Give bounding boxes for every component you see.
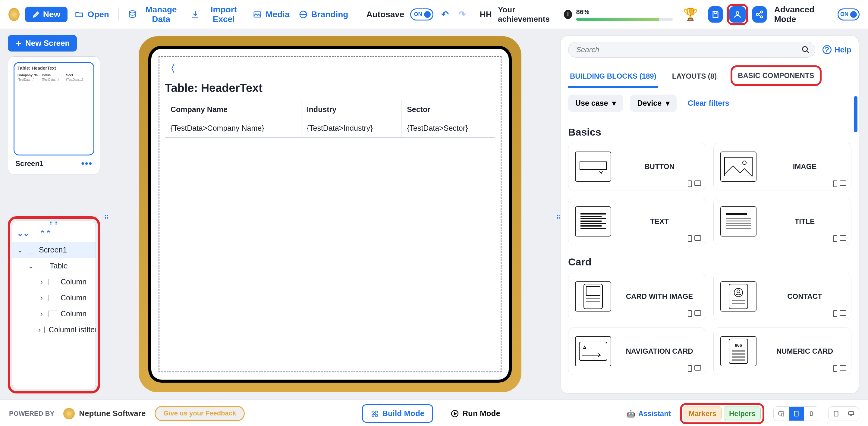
robot-icon: 🤖	[626, 409, 635, 418]
panel-resize-handle-right[interactable]: ⠿	[556, 214, 561, 222]
device-responsive-button[interactable]	[774, 407, 789, 421]
device-phone-button[interactable]	[804, 407, 819, 421]
save-view-button[interactable]	[708, 6, 723, 23]
open-button[interactable]: Open	[73, 7, 111, 22]
tab-basic-components[interactable]: BASIC COMPONENTS	[731, 65, 821, 86]
device-support-icons	[833, 235, 846, 242]
clear-filters-link[interactable]: Clear filters	[688, 99, 730, 107]
outline-tree-panel: ⠿⠿ ⌄⌄ ⌃⌃ ⌄Screen1⌄Table›Column›Column›Co…	[12, 221, 96, 389]
filter-device[interactable]: Device▾	[630, 95, 677, 112]
autosave-toggle[interactable]: ON	[410, 8, 433, 21]
search-wrap	[568, 42, 815, 58]
panel-scrollbar[interactable]	[854, 96, 858, 132]
svg-point-0	[129, 10, 135, 13]
device-support-icons	[833, 181, 846, 187]
expand-all-icon[interactable]: ⌄⌄	[17, 229, 29, 238]
svg-rect-9	[580, 162, 607, 170]
section-card-title: Card	[561, 248, 859, 270]
branding-icon	[299, 10, 308, 19]
component-card-label: CARD WITH IMAGE	[620, 292, 699, 301]
preview-device-group-1	[773, 406, 819, 421]
svg-point-8	[802, 47, 807, 52]
tree-item[interactable]: ›Column	[12, 306, 96, 322]
tree-item[interactable]: ›Column	[12, 274, 96, 290]
search-icon	[801, 45, 810, 54]
new-button[interactable]: New	[25, 7, 68, 22]
component-card[interactable]: IMAGE	[713, 143, 851, 190]
device-desktop-button[interactable]	[844, 407, 859, 421]
undo-icon: ↶	[441, 9, 449, 20]
chevron-down-icon: ▾	[666, 99, 670, 107]
assistant-button[interactable]: 🤖Assistant	[626, 409, 671, 418]
svg-rect-18	[581, 228, 606, 229]
separator	[118, 7, 119, 22]
component-thumb-icon	[720, 152, 756, 182]
user-settings-button[interactable]	[730, 6, 746, 23]
filter-usecase[interactable]: Use case▾	[568, 95, 623, 112]
design-canvas[interactable]: 〈 Table: HeaderText Company NameIndustry…	[158, 56, 501, 372]
share-button[interactable]	[752, 6, 767, 23]
back-icon[interactable]: 〈	[165, 62, 176, 76]
markers-toggle[interactable]: Markers	[684, 406, 721, 421]
device-tablet-button[interactable]	[789, 407, 804, 421]
node-type-icon	[44, 327, 45, 333]
media-button[interactable]: Media	[251, 7, 291, 22]
device-support-icons	[833, 310, 846, 317]
search-input[interactable]	[568, 42, 815, 58]
table-header-cell[interactable]: Industry	[301, 100, 401, 119]
tree-item[interactable]: ⌄Screen1	[12, 242, 96, 258]
help-link[interactable]: ? Help	[823, 45, 851, 55]
component-card-label: NAVIGATION CARD	[620, 347, 699, 356]
panel-resize-handle-left[interactable]: ⠿	[104, 214, 109, 222]
run-mode-button[interactable]: Run Mode	[442, 404, 509, 423]
device-support-icons	[688, 235, 701, 242]
tab-building-blocks[interactable]: BUILDING BLOCKS (189)	[568, 67, 658, 88]
table-cell[interactable]: {TestData>Company Name}	[165, 119, 301, 138]
separator	[358, 7, 359, 22]
import-icon	[191, 10, 200, 19]
new-screen-button[interactable]: New Screen	[8, 35, 77, 52]
svg-rect-15	[581, 221, 601, 222]
branding-button[interactable]: Branding	[297, 7, 350, 22]
svg-rect-34	[579, 342, 607, 361]
component-card[interactable]: 866NUMERIC CARD	[713, 327, 851, 375]
manage-data-button[interactable]: Manage Data	[126, 2, 184, 27]
collapse-all-icon[interactable]: ⌃⌃	[39, 229, 52, 238]
tree-item[interactable]: ⌄Table	[12, 258, 96, 274]
svg-rect-16	[581, 223, 606, 224]
component-card[interactable]: TITLE	[713, 198, 851, 245]
component-card[interactable]: BUTTON	[568, 143, 706, 190]
table-cell[interactable]: {TestData>Sector}	[401, 119, 495, 138]
svg-rect-32	[732, 300, 745, 301]
component-card-label: NUMERIC CARD	[765, 347, 844, 356]
chevron-icon: ›	[38, 293, 45, 302]
advanced-mode-toggle[interactable]: ON	[838, 8, 860, 21]
info-icon[interactable]: i	[564, 10, 572, 19]
node-type-icon	[27, 247, 35, 253]
table-header-cell[interactable]: Company Name	[165, 100, 301, 119]
feedback-button[interactable]: Give us your Feedback	[155, 406, 245, 421]
table-header-cell[interactable]: Sector	[401, 100, 495, 119]
achievements-percent: 86%	[576, 8, 673, 16]
node-type-icon	[49, 279, 57, 285]
device-tablet-alt-button[interactable]	[829, 407, 844, 421]
helpers-toggle[interactable]: Helpers	[724, 406, 761, 421]
component-card[interactable]: NAVIGATION CARD	[568, 327, 706, 375]
tree-item-label: Screen1	[39, 245, 67, 254]
tab-layouts[interactable]: LAYOUTS (8)	[670, 67, 718, 88]
undo-button[interactable]: ↶	[439, 7, 451, 22]
screen-thumbnail[interactable]: Table: HeaderText Company Na…Indus…Sect……	[13, 62, 94, 156]
component-card[interactable]: CONTACT	[713, 273, 851, 320]
tree-item[interactable]: ›ColumnListItem	[12, 322, 96, 338]
tree-item[interactable]: ›Column	[12, 290, 96, 306]
redo-button[interactable]: ↷	[457, 7, 468, 22]
component-card[interactable]: CARD WITH IMAGE	[568, 273, 706, 320]
build-mode-button[interactable]: Build Mode	[362, 404, 433, 423]
import-excel-button[interactable]: Import Excel	[189, 2, 246, 27]
component-card[interactable]: TEXT	[568, 198, 706, 245]
table-cell[interactable]: {TestData>Industry}	[301, 119, 401, 138]
help-icon: ?	[823, 45, 832, 54]
screen-menu-button[interactable]: •••	[81, 159, 93, 169]
panel-drag-handle[interactable]: ⠿⠿	[12, 221, 96, 225]
svg-rect-24	[726, 228, 751, 229]
